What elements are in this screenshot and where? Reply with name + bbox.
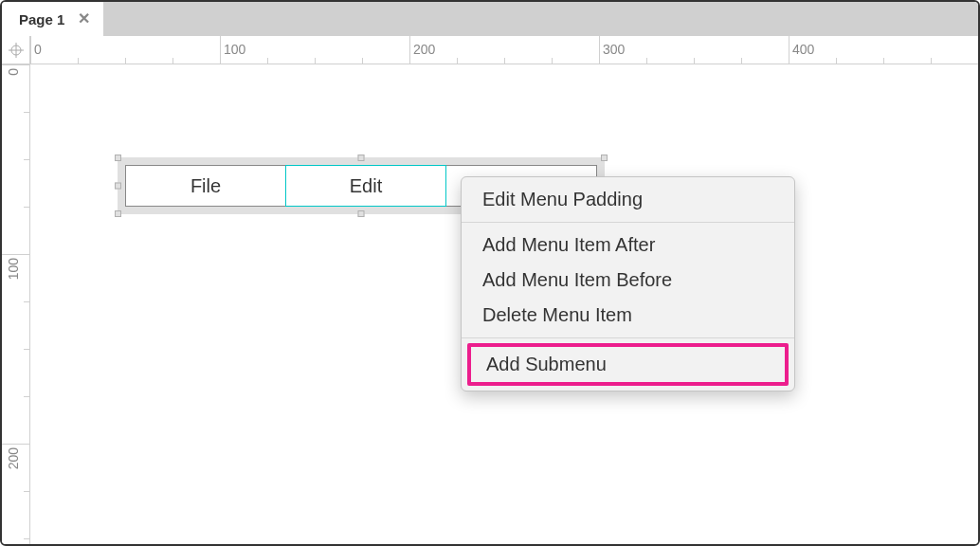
- menu-separator: [462, 337, 794, 338]
- resize-handle[interactable]: [601, 155, 608, 161]
- ctx-item-label: Delete Menu Item: [482, 304, 632, 325]
- resize-handle[interactable]: [115, 210, 121, 217]
- ruler-label: 300: [603, 42, 625, 57]
- ruler-label: 100: [224, 42, 245, 57]
- ctx-add-submenu[interactable]: Add Submenu: [467, 343, 789, 386]
- ctx-item-label: Add Menu Item After: [482, 234, 655, 255]
- ctx-delete-item[interactable]: Delete Menu Item: [462, 298, 794, 333]
- ruler-label: 0: [34, 42, 42, 57]
- ctx-add-before[interactable]: Add Menu Item Before: [462, 263, 794, 298]
- tab-bar: Page 1 ✕: [2, 2, 978, 36]
- horizontal-ruler[interactable]: 0100200300400: [30, 36, 978, 64]
- resize-handle[interactable]: [358, 210, 365, 217]
- context-menu: Edit Menu Padding Add Menu Item After Ad…: [461, 176, 795, 391]
- close-icon[interactable]: ✕: [78, 11, 90, 27]
- tab-label: Page 1: [19, 11, 64, 27]
- menu-item-label: File: [191, 175, 221, 197]
- ruler-label: 200: [6, 447, 21, 469]
- vertical-ruler[interactable]: 0100200: [2, 64, 30, 544]
- ruler-origin-button[interactable]: [2, 36, 30, 64]
- ctx-add-after[interactable]: Add Menu Item After: [462, 228, 794, 263]
- menu-item-edit[interactable]: Edit: [285, 165, 446, 207]
- ctx-item-label: Add Menu Item Before: [482, 269, 672, 290]
- ruler-label: 200: [413, 42, 435, 57]
- resize-handle[interactable]: [115, 183, 121, 190]
- ruler-label: 400: [792, 42, 814, 57]
- ruler-label: 0: [6, 68, 21, 76]
- page-tab[interactable]: Page 1 ✕: [2, 2, 103, 36]
- resize-handle[interactable]: [358, 155, 365, 161]
- crosshair-icon: [9, 43, 24, 58]
- ruler-label: 100: [6, 258, 21, 280]
- ctx-item-label: Add Submenu: [486, 354, 607, 374]
- resize-handle[interactable]: [115, 155, 121, 161]
- menu-item-label: Edit: [350, 175, 382, 197]
- ctx-edit-menu-padding[interactable]: Edit Menu Padding: [462, 182, 794, 217]
- menu-item-file[interactable]: File: [125, 165, 286, 207]
- ctx-item-label: Edit Menu Padding: [482, 189, 643, 209]
- menu-separator: [462, 222, 794, 223]
